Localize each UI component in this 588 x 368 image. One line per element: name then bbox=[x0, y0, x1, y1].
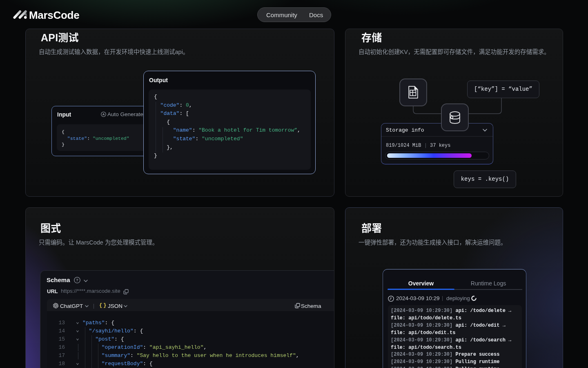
svg-text:A: A bbox=[102, 112, 105, 116]
svg-text:?: ? bbox=[76, 278, 78, 282]
